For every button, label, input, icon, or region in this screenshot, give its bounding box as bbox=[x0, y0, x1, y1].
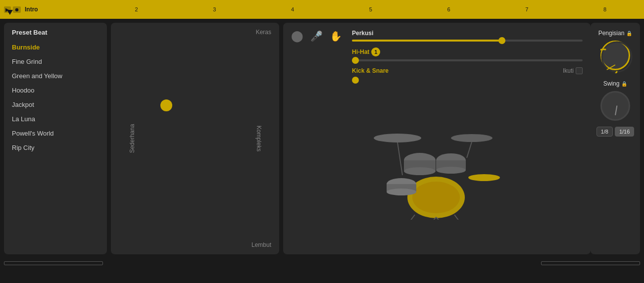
follow-row: Ikuti bbox=[563, 67, 583, 74]
kick-thumb[interactable] bbox=[352, 77, 359, 84]
sidebar-item-rip-city[interactable]: Rip City bbox=[4, 141, 107, 155]
pengisian-section: Pengisian 🔒 bbox=[595, 30, 635, 70]
pengisian-label: Pengisian bbox=[598, 30, 625, 37]
swing-btn-1-16[interactable]: 1/16 bbox=[615, 127, 634, 137]
hihat-label-row: Hi-Hat 1 bbox=[352, 47, 583, 56]
xy-label-sederhana: Sederhana bbox=[129, 124, 136, 153]
sidebar-list: Burnside Fine Grind Green and Yellow Hoo… bbox=[4, 40, 107, 155]
pengisian-knob[interactable] bbox=[600, 41, 630, 70]
svg-line-3 bbox=[397, 142, 402, 175]
svg-point-10 bbox=[436, 167, 466, 174]
bottom-right-handle[interactable] bbox=[541, 261, 640, 265]
timeline: ▶ ⏺ Intro 2 3 4 5 6 7 8 bbox=[0, 0, 644, 19]
hihat-thumb[interactable] bbox=[352, 57, 359, 64]
timeline-label: Intro bbox=[23, 6, 38, 13]
hand-icon[interactable]: ✋ bbox=[330, 30, 342, 42]
bottom-handles bbox=[0, 258, 644, 283]
xy-pad[interactable]: Keras Lembut Sederhana Kompleks bbox=[111, 23, 279, 254]
svg-point-15 bbox=[387, 189, 416, 195]
hihat-slider[interactable] bbox=[352, 59, 583, 61]
pengisian-label-row: Pengisian 🔒 bbox=[598, 30, 633, 37]
sidebar-header: Preset Beat bbox=[4, 23, 107, 40]
follow-label: Ikuti bbox=[563, 67, 574, 74]
sidebar-item-burnside[interactable]: Burnside bbox=[4, 40, 107, 54]
swing-btn-1-8[interactable]: 1/8 bbox=[596, 127, 613, 137]
svg-point-7 bbox=[404, 167, 436, 175]
perkusi-label: Perkusi bbox=[352, 30, 583, 37]
drum-kit-area bbox=[283, 80, 591, 254]
shaker-icon[interactable]: ⬤ bbox=[291, 30, 303, 43]
mic-icon[interactable]: 🎤 bbox=[310, 30, 323, 42]
right-panel: Pengisian 🔒 Swing 🔒 bbox=[591, 23, 640, 254]
perkusi-fill bbox=[352, 40, 502, 42]
hihat-badge: 1 bbox=[371, 47, 380, 56]
xy-label-lembut: Lembut bbox=[251, 241, 271, 248]
kick-label: Kick & Snare bbox=[352, 67, 389, 74]
xy-label-keras: Keras bbox=[256, 29, 271, 36]
ruler-marks: 2 3 4 5 6 7 8 bbox=[38, 6, 644, 12]
swing-buttons: 1/8 1/16 bbox=[596, 127, 635, 137]
sidebar-item-jackpot[interactable]: Jackpot bbox=[4, 97, 107, 112]
drum-top: ⬤ 🎤 ✋ Perkusi bbox=[283, 23, 591, 80]
perkusi-thumb[interactable] bbox=[498, 37, 505, 44]
kick-control: Kick & Snare Ikuti bbox=[352, 67, 583, 80]
drum-panel: ⬤ 🎤 ✋ Perkusi bbox=[283, 23, 591, 254]
pengisian-lock-icon[interactable]: 🔒 bbox=[626, 31, 632, 36]
svg-line-17 bbox=[454, 215, 462, 220]
kick-label-row: Kick & Snare Ikuti bbox=[352, 67, 583, 74]
swing-needle bbox=[615, 105, 617, 115]
swing-lock-icon[interactable]: 🔒 bbox=[621, 81, 627, 87]
drum-kit-svg bbox=[368, 111, 506, 220]
svg-point-12 bbox=[412, 182, 460, 213]
xy-label-kompleks: Kompleks bbox=[256, 126, 263, 152]
xy-dot[interactable] bbox=[160, 99, 172, 111]
drum-sliders: Perkusi Hi-Hat 1 bbox=[352, 30, 583, 80]
follow-checkbox[interactable] bbox=[576, 67, 583, 74]
hihat-control: Hi-Hat 1 bbox=[352, 47, 583, 61]
svg-point-2 bbox=[468, 174, 500, 181]
play-icon[interactable]: ▶ bbox=[4, 6, 11, 13]
svg-point-0 bbox=[374, 134, 421, 142]
swing-label-row: Swing 🔒 bbox=[603, 80, 628, 87]
sidebar-item-fine-grind[interactable]: Fine Grind bbox=[4, 54, 107, 69]
swing-knob[interactable] bbox=[600, 91, 630, 121]
record-icon[interactable]: ⏺ bbox=[13, 6, 21, 13]
perkusi-control: Perkusi bbox=[352, 30, 583, 42]
drum-section: ⬤ 🎤 ✋ Perkusi bbox=[283, 23, 640, 254]
sidebar-item-la-luna[interactable]: La Luna bbox=[4, 112, 107, 126]
bottom-left-handle[interactable] bbox=[4, 261, 103, 265]
main-area: Preset Beat Burnside Fine Grind Green an… bbox=[0, 19, 644, 258]
svg-point-1 bbox=[451, 134, 493, 142]
drum-icons: ⬤ 🎤 ✋ bbox=[291, 30, 342, 43]
sidebar-item-hoodoo[interactable]: Hoodoo bbox=[4, 83, 107, 97]
svg-point-20 bbox=[602, 42, 632, 72]
swing-label: Swing bbox=[603, 80, 620, 87]
swing-section: Swing 🔒 1/8 1/16 bbox=[595, 80, 635, 137]
sidebar-item-green-and-yellow[interactable]: Green and Yellow bbox=[4, 69, 107, 83]
timeline-icons: ▶ ⏺ Intro bbox=[0, 6, 38, 13]
sidebar: Preset Beat Burnside Fine Grind Green an… bbox=[4, 23, 107, 254]
hihat-label: Hi-Hat bbox=[352, 48, 369, 55]
perkusi-slider[interactable] bbox=[352, 40, 583, 42]
pengisian-arc bbox=[600, 41, 633, 73]
sidebar-item-powells-world[interactable]: Powell's World bbox=[4, 126, 107, 141]
svg-line-16 bbox=[407, 215, 415, 220]
svg-line-4 bbox=[467, 142, 472, 158]
